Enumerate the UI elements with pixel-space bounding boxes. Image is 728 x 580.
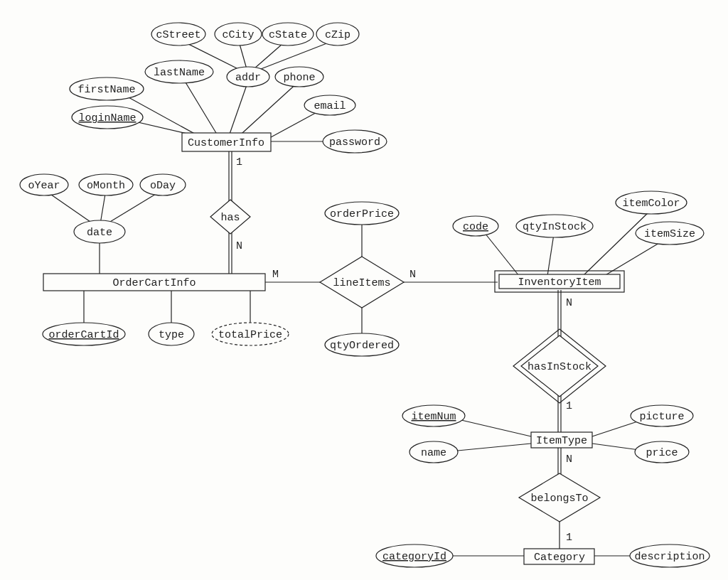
rel-lineitems-label: lineItems	[333, 277, 390, 289]
line-inv-itemcolor	[583, 210, 651, 276]
attr-cstate-label: cState	[269, 29, 307, 41]
attr-password: password	[323, 130, 387, 153]
attr-oyear-label: oYear	[28, 180, 60, 192]
card-inv-hasstock: N	[566, 297, 572, 309]
attr-oday: oDay	[140, 174, 186, 195]
entity-ordercartinfo-label: OrderCartInfo	[112, 277, 196, 289]
attr-ordercartid-label: orderCartId	[48, 329, 119, 341]
entity-customerinfo: CustomerInfo	[182, 133, 271, 151]
attr-omonth-label: oMonth	[87, 180, 125, 192]
attr-price-label: price	[646, 447, 678, 459]
line-cust-addr	[228, 81, 248, 140]
attr-qtyinstock-label: qtyInStock	[523, 221, 587, 233]
rel-lineitems: lineItems	[320, 257, 404, 308]
attr-totalprice-label: totalPrice	[218, 329, 282, 341]
attr-oyear: oYear	[20, 174, 68, 195]
attr-oday-label: oDay	[150, 180, 176, 192]
attr-type: type	[149, 323, 194, 345]
attr-categoryid: categoryId	[376, 544, 453, 567]
attr-lastname: lastName	[145, 60, 213, 83]
attr-picture: picture	[631, 405, 693, 426]
attr-loginname-label: loginName	[78, 112, 136, 124]
attr-addr: addr	[227, 67, 269, 87]
attr-czip: cZip	[316, 23, 359, 45]
attr-itemcolor-label: itemColor	[622, 198, 680, 210]
entity-category: Category	[524, 549, 594, 564]
attr-code: code	[453, 216, 498, 236]
card-order-lineitems: M	[272, 269, 279, 281]
attr-ordercartid: orderCartId	[43, 323, 125, 345]
attr-email: email	[304, 95, 355, 115]
card-cust-has: 1	[236, 156, 242, 168]
attr-orderprice-label: orderPrice	[330, 208, 394, 220]
card-has-order: N	[236, 240, 242, 252]
attr-itemsize-label: itemSize	[644, 228, 695, 240]
entity-itemtype-label: ItemType	[536, 435, 587, 447]
rel-has: has	[210, 200, 250, 234]
attr-itemcolor: itemColor	[616, 191, 687, 214]
attr-description-label: description	[634, 551, 705, 563]
card-hasstock-itemtype: 1	[566, 400, 572, 412]
attr-lastname-label: lastName	[154, 67, 205, 79]
card-belongs-category: 1	[566, 532, 572, 544]
card-itemtype-belongs: N	[566, 453, 572, 466]
rel-hasinstock-label: hasInStock	[528, 361, 592, 373]
attr-ccity: cCity	[215, 23, 262, 45]
attr-addr-label: addr	[235, 72, 261, 84]
attr-totalprice: totalPrice	[212, 323, 289, 345]
entity-inventoryitem-label: InventoryItem	[518, 276, 601, 289]
er-diagram: 1 N M N N 1 N 1 Customer	[0, 0, 728, 580]
attr-qtyordered: qtyOrdered	[325, 333, 399, 356]
attr-phone-label: phone	[283, 72, 315, 84]
attr-firstname-label: firstName	[77, 84, 135, 96]
attr-orderprice: orderPrice	[325, 202, 399, 225]
attr-omonth: oMonth	[79, 174, 133, 195]
card-lineitems-inv: N	[410, 269, 416, 281]
entity-customerinfo-label: CustomerInfo	[188, 137, 264, 149]
rel-belongsto-label: belongsTo	[530, 493, 588, 505]
attr-czip-label: cZip	[325, 29, 350, 41]
attr-name: name	[410, 441, 458, 463]
attr-code-label: code	[463, 221, 488, 233]
attr-categoryid-label: categoryId	[382, 551, 446, 563]
attr-cstreet-label: cStreet	[156, 29, 200, 41]
attr-cstate: cState	[262, 23, 314, 45]
rel-has-label: has	[220, 212, 240, 224]
rel-hasinstock: hasInStock	[513, 329, 606, 403]
entity-category-label: Category	[534, 552, 585, 564]
attr-price: price	[635, 441, 689, 463]
line-cust-phone	[235, 81, 299, 140]
entity-inventoryitem: InventoryItem	[495, 271, 624, 292]
entity-ordercartinfo: OrderCartInfo	[43, 274, 265, 291]
attr-phone: phone	[275, 67, 323, 87]
attr-firstname: firstName	[70, 77, 144, 100]
attr-itemsize: itemSize	[636, 222, 704, 245]
attr-date: date	[74, 220, 125, 243]
attr-ccity-label: cCity	[222, 29, 254, 41]
line-inv-code	[482, 230, 519, 276]
attr-qtyinstock: qtyInStock	[516, 215, 593, 237]
attr-date-label: date	[87, 227, 112, 239]
attr-cstreet: cStreet	[151, 23, 205, 45]
entity-itemtype: ItemType	[531, 432, 592, 448]
attr-itemnum: itemNum	[402, 405, 465, 426]
attr-picture-label: picture	[639, 411, 684, 423]
attr-type-label: type	[159, 329, 184, 341]
attr-description: description	[630, 544, 710, 567]
attr-itemnum-label: itemNum	[411, 411, 456, 423]
attr-name-label: name	[421, 447, 446, 459]
attr-password-label: password	[329, 136, 380, 149]
attr-qtyordered-label: qtyOrdered	[330, 340, 394, 352]
rel-belongsto: belongsTo	[519, 473, 600, 522]
attr-email-label: email	[314, 100, 346, 112]
attr-loginname: loginName	[72, 106, 143, 129]
